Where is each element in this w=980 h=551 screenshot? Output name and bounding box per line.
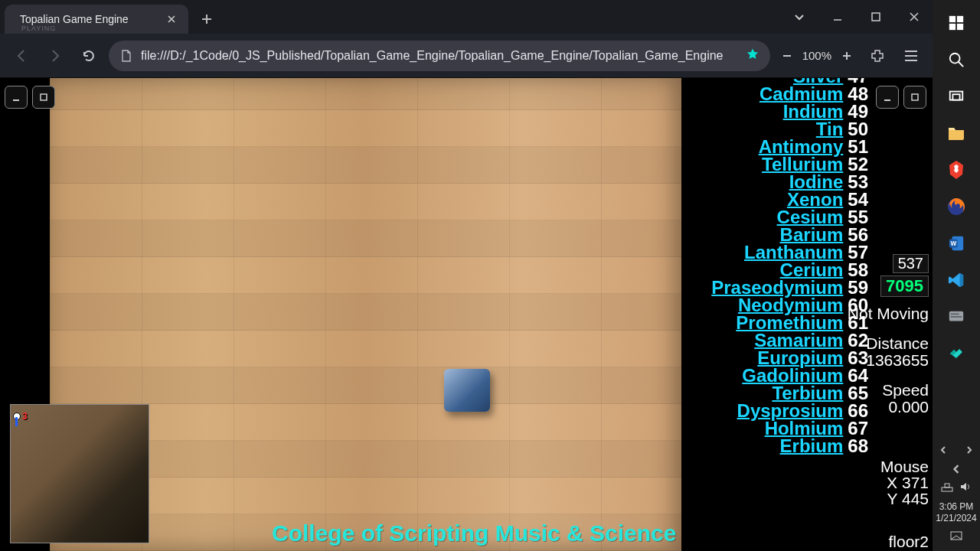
telemetry-distance-label: Distance: [854, 334, 929, 353]
notifications-icon[interactable]: [950, 531, 962, 545]
svg-line-5: [959, 62, 963, 67]
svg-rect-13: [951, 313, 959, 315]
extensions-icon[interactable]: [864, 42, 891, 70]
svg-rect-12: [949, 311, 963, 321]
clock-time: 3:06 PM: [936, 501, 976, 514]
tray-back-icon[interactable]: [952, 463, 961, 477]
svg-rect-15: [942, 487, 952, 491]
telemetry-value-2: 7095: [880, 276, 929, 297]
telemetry-distance-value: 1363655: [854, 351, 929, 370]
windows-taskbar: W 3:06 PM 1/21/2024: [933, 0, 980, 551]
search-icon[interactable]: [941, 44, 972, 75]
svg-rect-16: [945, 484, 949, 487]
watermark-text: College of Scripting Music & Science: [272, 520, 676, 546]
app-icon-teal[interactable]: [941, 338, 972, 369]
overlay-maximize-button[interactable]: [32, 86, 55, 109]
tab-strip: Topalian Game Engine PLAYING: [0, 0, 933, 34]
tab-title: Topalian Game Engine: [20, 13, 129, 25]
file-explorer-icon[interactable]: [941, 118, 972, 148]
tab-subtitle: PLAYING: [21, 24, 56, 32]
element-number: 68: [848, 437, 868, 455]
svg-rect-7: [952, 94, 959, 99]
minimap[interactable]: 3: [10, 404, 149, 543]
telemetry-value-1: 537: [893, 254, 929, 273]
svg-rect-2: [949, 24, 956, 30]
telemetry-panel: 537 7095 Not Moving Distance 1363655 Spe…: [877, 78, 932, 551]
brave-icon[interactable]: [941, 155, 972, 185]
browser-toolbar: file:///D:/_1Code/0_JS_Published/Topalia…: [0, 34, 933, 78]
zoom-out-button[interactable]: [776, 45, 798, 67]
reload-button[interactable]: [75, 42, 103, 70]
player-avatar[interactable]: [444, 369, 490, 412]
tab-search-icon[interactable]: [786, 5, 813, 28]
svg-rect-14: [951, 316, 962, 318]
system-tray: 3:06 PM 1/21/2024: [933, 442, 980, 551]
window-close-button[interactable]: [900, 5, 928, 28]
tab-active[interactable]: Topalian Game Engine PLAYING: [5, 5, 188, 34]
new-tab-button[interactable]: [196, 8, 217, 30]
file-icon: [119, 49, 133, 63]
address-bar[interactable]: file:///D:/_1Code/0_JS_Published/Topalia…: [109, 41, 770, 71]
windows-start-icon[interactable]: [941, 8, 972, 38]
tray-scroll-left-icon[interactable]: [939, 443, 947, 457]
vscode-icon[interactable]: [941, 265, 972, 295]
element-row: Erbium68: [685, 437, 868, 455]
volume-icon[interactable]: [959, 481, 972, 495]
browser-window: Topalian Game Engine PLAYING: [0, 0, 933, 551]
zoom-controls: 100%: [776, 45, 858, 67]
task-view-icon[interactable]: [941, 81, 972, 112]
svg-rect-18: [872, 13, 880, 21]
minimap-player-dot: [15, 417, 18, 426]
elements-panel: Silver47Cadmium48Indium49Tin50Antimony51…: [685, 78, 873, 551]
element-link[interactable]: Erbium: [780, 437, 844, 455]
window-minimize-button[interactable]: [824, 5, 851, 28]
network-icon[interactable]: [941, 481, 953, 495]
tray-scroll-right-icon[interactable]: [965, 443, 973, 457]
svg-rect-0: [949, 16, 956, 22]
taskbar-clock[interactable]: 3:06 PM 1/21/2024: [936, 501, 976, 525]
forward-button[interactable]: [41, 42, 69, 70]
telemetry-speed-label: Speed: [869, 381, 929, 399]
minimap-player-count: 3: [22, 411, 28, 422]
app-icon-grey[interactable]: [941, 302, 972, 332]
svg-point-4: [950, 54, 960, 64]
telemetry-mouse-y: Y 445: [867, 490, 929, 508]
svg-rect-3: [957, 24, 963, 30]
menu-icon[interactable]: [897, 42, 925, 70]
page-viewport: 3 College of Scripting Music & Science S…: [0, 78, 933, 551]
url-text: file:///D:/_1Code/0_JS_Published/Topalia…: [141, 49, 738, 63]
word-icon[interactable]: W: [941, 228, 972, 259]
overlay-controls-left: [5, 86, 55, 109]
close-icon[interactable]: [165, 13, 178, 25]
bookmark-star-icon[interactable]: [746, 47, 760, 64]
telemetry-floor: floor2: [869, 533, 929, 551]
zoom-in-button[interactable]: [836, 45, 858, 67]
svg-text:W: W: [950, 240, 956, 247]
clock-date: 1/21/2024: [936, 513, 976, 525]
window-maximize-button[interactable]: [862, 5, 890, 28]
firefox-icon[interactable]: [941, 191, 972, 222]
overlay-minimize-button[interactable]: [5, 86, 28, 109]
telemetry-speed-value: 0.000: [869, 398, 929, 416]
telemetry-state: Not Moving: [846, 305, 929, 323]
zoom-value: 100%: [802, 49, 831, 62]
svg-rect-1: [957, 16, 963, 22]
svg-rect-19: [41, 94, 47, 100]
back-button[interactable]: [8, 42, 35, 70]
